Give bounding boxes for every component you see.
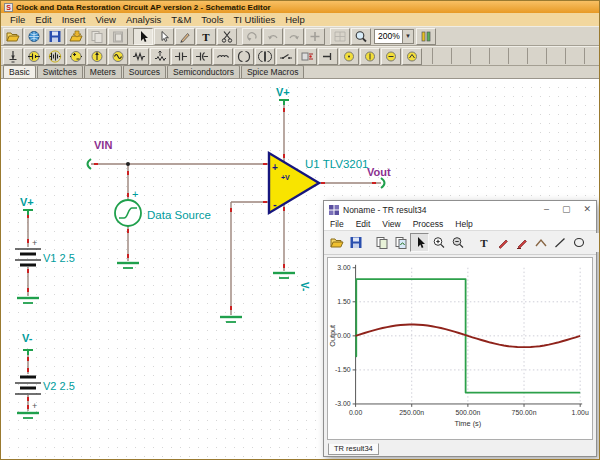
plot-menu-edit[interactable]: Edit (350, 219, 377, 229)
ground-minus-input[interactable] (220, 317, 242, 322)
menu-ti-utilities[interactable]: TI Utilities (229, 14, 281, 25)
result-tab[interactable]: TR result34 (328, 443, 379, 455)
coupled-inductor-button[interactable] (234, 48, 254, 65)
open-button[interactable] (3, 28, 23, 45)
tab-semiconductors[interactable]: Semiconductors (167, 65, 240, 78)
battery-component-button[interactable] (24, 48, 44, 65)
transformer-component-button[interactable] (255, 48, 275, 65)
v2-rail-label[interactable]: V- (22, 332, 33, 344)
zoom-in-button[interactable] (429, 233, 448, 252)
v2-value-label[interactable]: V2 2.5 (43, 380, 75, 392)
tab-switches[interactable]: Switches (37, 65, 83, 78)
annotate-pen2-button[interactable] (512, 233, 531, 252)
electrolytic-capacitor-button[interactable] (192, 48, 212, 65)
plot-text-button[interactable]: T (474, 233, 493, 252)
tab-meters[interactable]: Meters (84, 65, 122, 78)
plot-menu-view[interactable]: View (376, 219, 406, 229)
plot-cursor-button[interactable] (410, 233, 429, 252)
inductor-component-button[interactable] (213, 48, 233, 65)
copy-button[interactable] (87, 28, 107, 45)
v1-battery-symbol[interactable] (15, 249, 41, 265)
resistor-component-button[interactable] (129, 48, 149, 65)
line-tool-button[interactable] (550, 233, 569, 252)
v2-rail-terminal[interactable] (23, 350, 33, 355)
jumper-component-button[interactable] (3, 48, 23, 65)
menu-view[interactable]: View (90, 14, 120, 25)
v1-rail-terminal[interactable] (23, 210, 33, 215)
menu-help[interactable]: Help (280, 14, 310, 25)
ground-v2[interactable] (17, 413, 39, 418)
minimize-button[interactable]: – (544, 205, 549, 214)
menu-file[interactable]: File (5, 14, 30, 25)
plot-open-button[interactable] (327, 233, 346, 252)
vout-terminal[interactable] (381, 178, 385, 188)
menu-tm[interactable]: T&M (166, 14, 196, 25)
menu-edit[interactable]: Edit (30, 14, 56, 25)
dropdown-arrow-icon[interactable]: ▼ (402, 30, 413, 43)
copy-page-button[interactable] (372, 233, 391, 252)
ellipse-tool-button[interactable] (569, 233, 588, 252)
plot-title-bar[interactable]: Noname - TR result34 – ▢ ✕ (324, 201, 596, 218)
tab-spice-macros[interactable]: Spice Macros (241, 65, 305, 78)
zoom-button[interactable] (351, 28, 371, 45)
zoom-out-button[interactable] (448, 233, 467, 252)
wire-tool-button[interactable] (175, 28, 195, 45)
reopen-button[interactable] (24, 28, 44, 45)
v1-rail-label[interactable]: V+ (20, 196, 34, 208)
undo-button[interactable] (263, 28, 283, 45)
annotate-pen-button[interactable] (493, 233, 512, 252)
v2-battery-symbol[interactable] (15, 377, 41, 394)
opamp-vminus-rail-label[interactable]: V- (299, 282, 310, 291)
voltage-pin-button[interactable] (318, 48, 338, 65)
copy-curve-button[interactable] (391, 233, 410, 252)
title-bar[interactable]: S Clock and Data Restoration Circuit AP … (1, 1, 599, 13)
zoom-level-select[interactable]: 200% ▼ (374, 29, 414, 44)
vout-label[interactable]: Vout (367, 166, 391, 178)
vin-label[interactable]: VIN (94, 139, 112, 151)
ammeter-button[interactable] (360, 48, 380, 65)
rotate-left-button[interactable] (242, 28, 262, 45)
menu-insert[interactable]: Insert (57, 14, 91, 25)
menu-tools[interactable]: Tools (196, 14, 228, 25)
vplus-rail-terminal[interactable] (279, 100, 289, 105)
current-source-button[interactable] (87, 48, 107, 65)
close-button[interactable]: ✕ (583, 205, 591, 214)
grid-toggle-button[interactable] (330, 28, 350, 45)
cursor-a-button[interactable] (595, 233, 600, 252)
tab-sources[interactable]: Sources (123, 65, 166, 78)
paste-button[interactable] (108, 28, 128, 45)
component-pins-button[interactable] (416, 28, 436, 45)
redo-button[interactable] (284, 28, 304, 45)
plot-menu-help[interactable]: Help (449, 219, 478, 229)
ruler-button[interactable] (531, 233, 550, 252)
plot-save-button[interactable] (346, 233, 365, 252)
multicell-battery-button[interactable] (45, 48, 65, 65)
vin-terminal[interactable] (88, 159, 92, 169)
text-tool-button[interactable]: T (196, 28, 216, 45)
capacitor-component-button[interactable] (171, 48, 191, 65)
save-button[interactable] (45, 28, 65, 45)
relay-component-button[interactable] (297, 48, 317, 65)
tab-basic[interactable]: Basic (3, 65, 36, 78)
plot-menu-process[interactable]: Process (407, 219, 450, 229)
switch-component-button[interactable] (276, 48, 296, 65)
transient-chart[interactable]: 3.001.500.00-1.50-3.000.00250.00n500.00n… (328, 258, 592, 439)
generator-component-button[interactable] (108, 48, 128, 65)
data-source-label[interactable]: Data Source (147, 209, 211, 221)
menu-analysis[interactable]: Analysis (121, 14, 166, 25)
ohmmeter-button[interactable] (381, 48, 401, 65)
opamp-ref-label[interactable]: U1 TLV3201 (305, 158, 369, 170)
select-region-button[interactable] (154, 28, 174, 45)
plot-menu-file[interactable]: File (324, 219, 350, 229)
export-button[interactable] (66, 28, 86, 45)
plot-area[interactable]: 3.001.500.00-1.50-3.000.00250.00n500.00n… (327, 257, 593, 440)
ground-symbols[interactable] (17, 263, 295, 418)
ground-opamp-vminus[interactable] (273, 273, 295, 278)
maximize-button[interactable]: ▢ (562, 205, 571, 214)
ground-data-source[interactable] (117, 263, 139, 268)
add-button[interactable] (305, 28, 325, 45)
opamp-vplus-rail-label[interactable]: V+ (276, 86, 290, 98)
oscilloscope-probe-button[interactable] (402, 48, 422, 65)
ground-v1[interactable] (17, 298, 39, 303)
v1-value-label[interactable]: V1 2.5 (43, 252, 75, 264)
